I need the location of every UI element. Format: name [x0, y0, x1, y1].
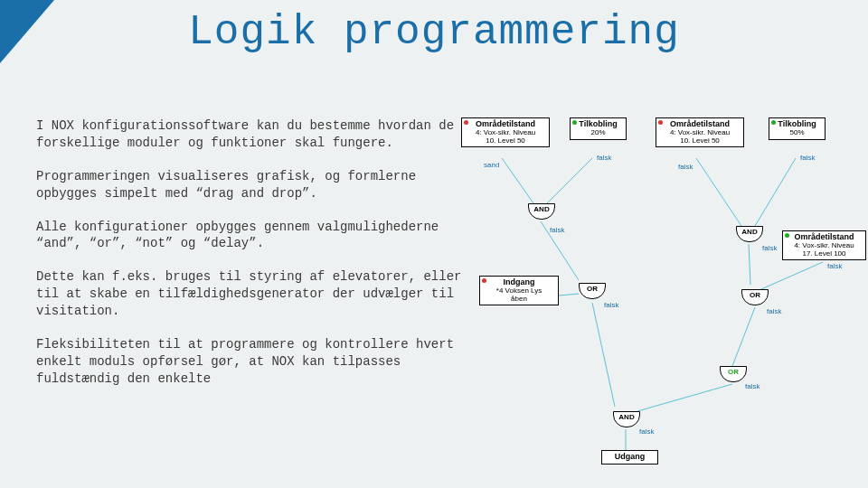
node-coupling-2: Tilkobling 50%: [769, 117, 826, 140]
wire-label: falsk: [678, 163, 693, 171]
node-input: Indgang *4 Voksen Lys åben: [479, 276, 559, 305]
wire-label: sand: [484, 161, 499, 169]
wire-label: falsk: [550, 226, 564, 234]
wire-label: falsk: [767, 307, 781, 315]
svg-line-1: [547, 158, 592, 203]
svg-line-0: [502, 158, 533, 203]
node-coupling-1: Tilkobling 20%: [570, 117, 627, 140]
paragraph-5: Fleksibiliteten til at programmere og ko…: [36, 336, 470, 388]
wire-label: falsk: [604, 301, 618, 309]
wire-label: falsk: [597, 154, 611, 162]
wire-label: falsk: [762, 244, 777, 252]
node-area-state-1: Områdetilstand 4: Vox-sikr. Niveau 10. L…: [461, 117, 550, 147]
slide-title: Logik programmering: [0, 9, 868, 56]
node-area-state-2: Områdetilstand 4: Vox-sikr. Niveau 10. L…: [656, 117, 744, 147]
paragraph-4: Dette kan f.eks. bruges til styring af e…: [36, 268, 470, 320]
svg-line-6: [592, 303, 615, 407]
logic-diagram: Områdetilstand 4: Vox-sikr. Niveau 10. L…: [461, 117, 859, 479]
svg-line-7: [749, 244, 750, 285]
wire-label: falsk: [745, 382, 760, 390]
svg-line-2: [696, 158, 741, 226]
wire-label: falsk: [800, 154, 815, 162]
svg-line-8: [761, 262, 823, 289]
node-area-state-3: Områdetilstand 4: Vox-sikr. Niveau 17. L…: [782, 230, 866, 260]
svg-line-10: [637, 384, 732, 411]
svg-line-9: [732, 307, 755, 366]
paragraph-3: Alle konfigurationer opbygges gennem val…: [36, 219, 470, 253]
wire-label: falsk: [827, 262, 842, 270]
wire-label: falsk: [639, 427, 654, 436]
paragraph-2: Programmeringen visualiseres grafisk, og…: [36, 168, 470, 202]
body-text: I NOX konfigurationssoftware kan du best…: [36, 117, 470, 404]
node-output: Udgang: [601, 450, 658, 465]
svg-line-3: [755, 158, 796, 226]
paragraph-1: I NOX konfigurationssoftware kan du best…: [36, 117, 470, 152]
